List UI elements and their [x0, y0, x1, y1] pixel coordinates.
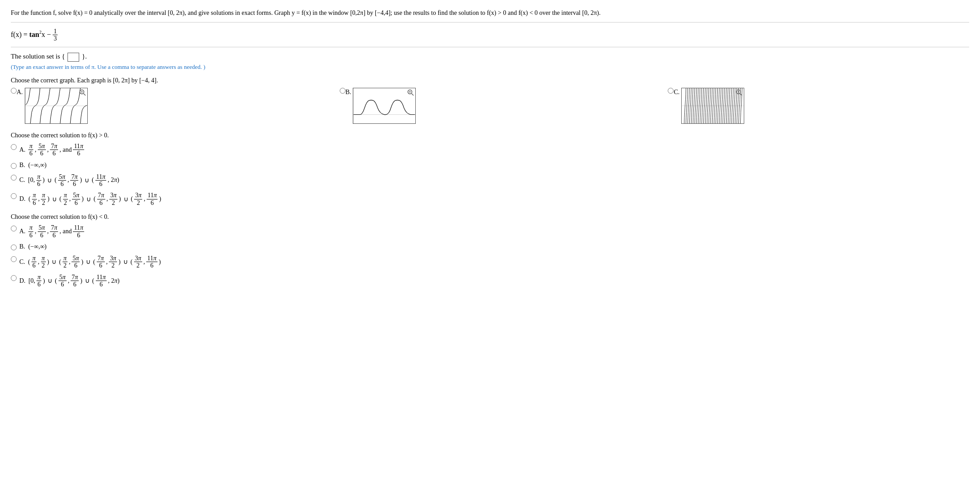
- positive-radio-D[interactable]: [11, 193, 17, 199]
- negative-radio-D[interactable]: [11, 275, 17, 281]
- positive-option-A: A. π6 , 5π6 , 7π6 , and 11π6: [11, 143, 969, 157]
- graph-svg-B: [353, 88, 415, 123]
- graph-box-A[interactable]: [25, 88, 88, 124]
- magnify-icon-A[interactable]: [79, 89, 86, 96]
- positive-option-A-content: A. π6 , 5π6 , 7π6 , and 11π6: [19, 143, 84, 157]
- svg-line-14: [740, 94, 742, 95]
- negative-option-A: A. π6 , 5π6 , 7π6 , and 11π6: [11, 224, 969, 239]
- choose-positive-title: Choose the correct solution to f(x) > 0.: [11, 132, 969, 139]
- graph-radio-C[interactable]: [668, 88, 674, 94]
- negative-radio-C[interactable]: [11, 256, 17, 262]
- svg-line-9: [412, 94, 414, 95]
- magnify-icon-B[interactable]: [407, 89, 414, 96]
- graph-option-A: A.: [11, 88, 88, 124]
- solution-answer-box[interactable]: [67, 53, 79, 62]
- positive-option-B-content: B. (−∞,∞): [19, 162, 47, 169]
- svg-line-3: [84, 94, 85, 95]
- graph-svg-A: [25, 88, 87, 123]
- graph-option-B: B.: [340, 88, 416, 124]
- negative-option-B-content: B. (−∞,∞): [19, 243, 47, 250]
- positive-option-C: C. [0, π6 ) ∪ ( 5π6 , 7π6 ) ∪ ( 11π6 , 2…: [11, 173, 969, 188]
- graph-radio-A[interactable]: [11, 88, 17, 94]
- choose-positive-section: Choose the correct solution to f(x) > 0.…: [11, 132, 969, 206]
- graph-option-C: C.: [668, 88, 744, 124]
- choose-graph-section: Choose the correct graph. Each graph is …: [11, 77, 969, 124]
- function-display: f(x) = tan2x − 1 3: [11, 28, 969, 47]
- positive-option-D-content: D. ( π6 , π2 ) ∪ ( π2 , 5π6 ) ∪ ( 7π6 , …: [19, 192, 161, 206]
- negative-option-A-content: A. π6 , 5π6 , 7π6 , and 11π6: [19, 224, 84, 239]
- negative-option-B: B. (−∞,∞): [11, 243, 969, 250]
- problem-statement: For the function f, solve f(x) = 0 analy…: [11, 8, 969, 23]
- negative-option-D-content: D. [0, π6 ) ∪ ( 5π6 , 7π6 ) ∪ ( 11π6 , 2…: [19, 274, 120, 288]
- positive-option-D: D. ( π6 , π2 ) ∪ ( π2 , 5π6 ) ∪ ( 7π6 , …: [11, 192, 969, 206]
- negative-option-D: D. [0, π6 ) ∪ ( 5π6 , 7π6 ) ∪ ( 11π6 , 2…: [11, 274, 969, 288]
- function-label: f(x) =: [11, 31, 27, 38]
- solution-set-suffix: }.: [82, 53, 87, 60]
- positive-radio-B[interactable]: [11, 163, 17, 169]
- magnify-icon-C[interactable]: [736, 89, 743, 96]
- positive-radio-A[interactable]: [11, 144, 17, 150]
- choose-negative-section: Choose the correct solution to f(x) < 0.…: [11, 213, 969, 288]
- negative-option-C-content: C. ( π6 , π2 ) ∪ ( π2 , 5π6 ) ∪ ( 7π6 , …: [19, 255, 161, 269]
- function-tan: tan: [29, 31, 39, 38]
- positive-radio-C[interactable]: [11, 175, 17, 181]
- hint-text: (Type an exact answer in terms of π. Use…: [11, 63, 969, 71]
- graph-box-B[interactable]: [353, 88, 416, 124]
- graph-radio-B[interactable]: [340, 88, 346, 94]
- graph-label-B: B.: [346, 89, 351, 96]
- negative-option-C: C. ( π6 , π2 ) ∪ ( π2 , 5π6 ) ∪ ( 7π6 , …: [11, 255, 969, 269]
- positive-option-C-content: C. [0, π6 ) ∪ ( 5π6 , 7π6 ) ∪ ( 11π6 , 2…: [19, 173, 119, 188]
- solution-set-prefix: The solution set is {: [11, 53, 65, 60]
- choose-graph-label: Choose the correct graph. Each graph is …: [11, 77, 969, 84]
- solution-set-line: The solution set is { }.: [11, 53, 969, 62]
- choose-negative-title: Choose the correct solution to f(x) < 0.: [11, 213, 969, 221]
- negative-radio-B[interactable]: [11, 245, 17, 250]
- graph-label-A: A.: [17, 89, 23, 96]
- negative-radio-A[interactable]: [11, 226, 17, 231]
- graph-svg-C: [682, 88, 744, 123]
- graphs-row: A.: [11, 88, 969, 124]
- positive-option-B: B. (−∞,∞): [11, 162, 969, 169]
- function-fraction: 1 3: [53, 28, 58, 42]
- graph-label-C: C.: [674, 89, 679, 96]
- graph-box-C[interactable]: [681, 88, 744, 124]
